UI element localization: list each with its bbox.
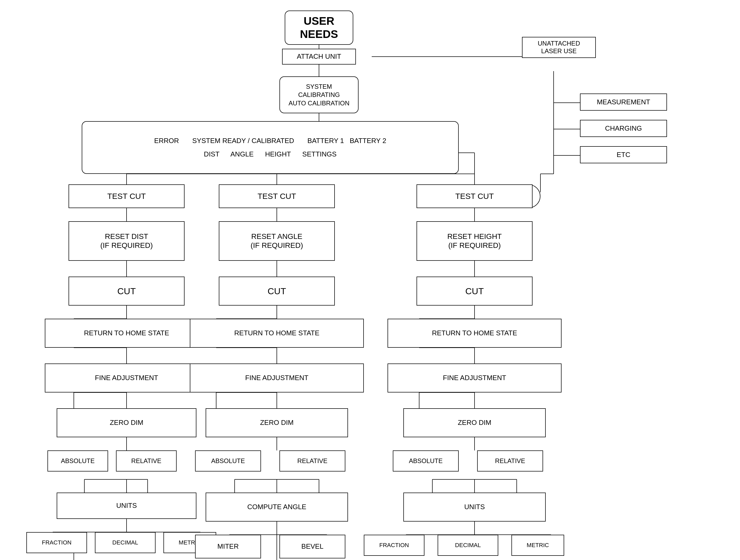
col3-decimal: DECIMAL bbox=[438, 535, 498, 556]
col2-relative: RELATIVE bbox=[279, 450, 345, 471]
col3-fraction: FRACTION bbox=[364, 535, 425, 556]
system-calibrating-node: SYSTEM CALIBRATING AUTO CALIBRATION bbox=[279, 76, 359, 113]
attach-unit-node: ATTACH UNIT bbox=[282, 49, 356, 65]
unattached-laser-node: UNATTACHED LASER USE bbox=[522, 37, 596, 58]
col2-bevel: BEVEL bbox=[279, 535, 345, 558]
charging-node: CHARGING bbox=[580, 120, 667, 137]
col1-units: UNITS bbox=[57, 492, 196, 519]
col3-reset-height: RESET HEIGHT (IF REQUIRED) bbox=[417, 221, 533, 261]
col3-absolute: ABSOLUTE bbox=[393, 450, 459, 471]
measurement-node: MEASUREMENT bbox=[580, 94, 667, 111]
col1-absolute: ABSOLUTE bbox=[48, 450, 108, 471]
col2-reset-angle: RESET ANGLE (IF REQUIRED) bbox=[219, 221, 335, 261]
col2-test-cut: TEST CUT bbox=[219, 185, 335, 208]
col1-fraction: FRACTION bbox=[26, 532, 87, 553]
col1-fine-adj: FINE ADJUSTMENT bbox=[45, 363, 208, 393]
status-line1: ERROR SYSTEM READY / CALIBRATED BATTERY … bbox=[154, 137, 386, 145]
user-needs-node: USER NEEDS bbox=[285, 11, 353, 45]
col3-cut: CUT bbox=[417, 276, 533, 306]
col3-return: RETURN TO HOME STATE bbox=[387, 319, 562, 348]
flowchart-diagram: USER NEEDS ATTACH UNIT UNATTACHED LASER … bbox=[0, 0, 740, 560]
col1-return: RETURN TO HOME STATE bbox=[45, 319, 208, 348]
col2-miter: MITER bbox=[195, 535, 261, 558]
col1-reset-dist: RESET DIST (IF REQUIRED) bbox=[69, 221, 185, 261]
etc-node: ETC bbox=[580, 146, 667, 163]
col3-fine-adj: FINE ADJUSTMENT bbox=[387, 363, 562, 393]
col2-fine-adj: FINE ADJUSTMENT bbox=[190, 363, 364, 393]
col2-compute-angle: COMPUTE ANGLE bbox=[206, 492, 348, 522]
col2-absolute: ABSOLUTE bbox=[195, 450, 261, 471]
col1-cut: CUT bbox=[69, 276, 185, 306]
col2-return: RETURN TO HOME STATE bbox=[190, 319, 364, 348]
col2-zero-dim: ZERO DIM bbox=[206, 408, 348, 437]
col2-cut: CUT bbox=[219, 276, 335, 306]
col1-zero-dim: ZERO DIM bbox=[57, 408, 196, 437]
col3-relative: RELATIVE bbox=[477, 450, 543, 471]
col1-relative: RELATIVE bbox=[116, 450, 177, 471]
status-line2: DIST ANGLE HEIGHT SETTINGS bbox=[204, 150, 337, 158]
col1-test-cut: TEST CUT bbox=[69, 185, 185, 208]
col3-test-cut: TEST CUT bbox=[417, 185, 533, 208]
col3-units: UNITS bbox=[403, 492, 546, 522]
col3-metric: METRIC bbox=[512, 535, 564, 556]
col1-decimal: DECIMAL bbox=[95, 532, 156, 553]
system-ready-box: ERROR SYSTEM READY / CALIBRATED BATTERY … bbox=[82, 121, 459, 174]
col3-zero-dim: ZERO DIM bbox=[403, 408, 546, 437]
